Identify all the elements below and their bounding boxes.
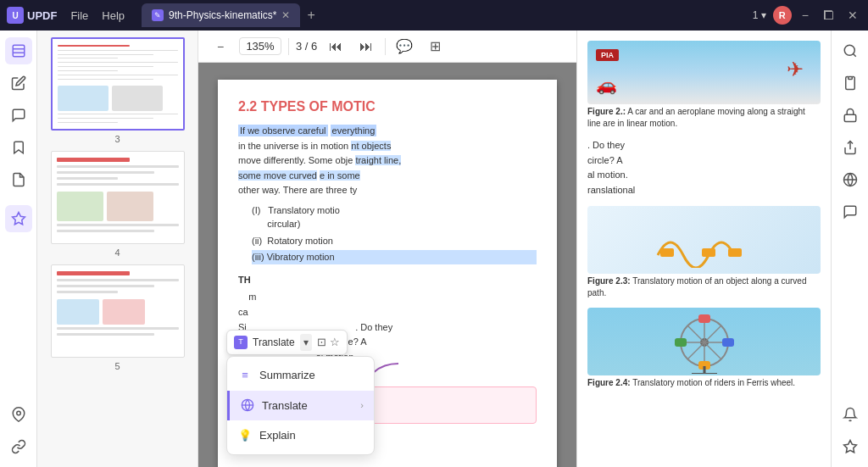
pdf-content-area: 2.2 TYPES OF MOTIC If we observe careful… <box>198 63 576 467</box>
sidebar-icon-pages[interactable] <box>5 37 32 64</box>
figure-2-4-caption-label: Figure 2.4: <box>587 378 631 387</box>
right-panel: PIA 🚗 Figure 2.: A car and an aeroplane … <box>576 31 831 467</box>
thumbnail-item-5[interactable]: 5 <box>44 264 191 371</box>
translate-copy-icon[interactable]: ⊡ <box>317 334 326 351</box>
menu-help[interactable]: Help <box>102 9 125 22</box>
app-logo: U UPDF <box>7 7 57 24</box>
figure-2-caption-label: Figure 2.: <box>587 107 626 116</box>
right-icon-clipboard[interactable] <box>837 69 864 97</box>
sidebar-icon-ai[interactable] <box>5 205 32 232</box>
translate-bar-actions: ⊡ ☆ <box>317 334 340 351</box>
figure-2-3-caption-label: Figure 2.3: <box>587 276 631 286</box>
svg-rect-17 <box>698 314 710 323</box>
summarize-icon: ≡ <box>237 368 253 383</box>
thumbnail-image-3 <box>51 37 185 131</box>
comment-button[interactable]: 💬 <box>392 35 416 58</box>
skip-last-button[interactable]: ⏭ <box>354 35 378 58</box>
right-icon-message[interactable] <box>837 198 864 225</box>
sidebar-icon-form[interactable] <box>5 166 32 193</box>
minimize-button[interactable]: − <box>798 8 812 22</box>
translate-bar[interactable]: T Translate ▾ ⊡ ☆ <box>226 330 348 355</box>
vibratory-text: Vibratory motion <box>267 252 335 262</box>
figure-2-image: PIA 🚗 <box>587 41 821 104</box>
sidebar-icon-pin[interactable] <box>5 401 32 428</box>
right-icon-lock[interactable] <box>837 102 864 129</box>
sidebar-icon-edit[interactable] <box>5 69 32 97</box>
tab-bar: ✎ 9th-Physics-kinematics* ✕ + <box>142 3 746 27</box>
skip-first-button[interactable]: ⏮ <box>324 35 348 58</box>
svg-rect-8 <box>660 248 674 257</box>
figure-2-container: PIA 🚗 Figure 2.: A car and an aeroplane … <box>587 41 821 130</box>
thumbnail-image-5 <box>51 264 185 358</box>
sidebar-icon-comment[interactable] <box>5 102 32 129</box>
new-tab-button[interactable]: + <box>307 8 314 23</box>
do-they-text: . Do they <box>587 140 625 150</box>
right-panel-text-1: . Do they circle? A al motion. ranslatio… <box>587 138 821 197</box>
view-button[interactable]: ⊞ <box>423 35 447 58</box>
active-tab[interactable]: ✎ 9th-Physics-kinematics* ✕ <box>142 3 300 27</box>
svg-rect-25 <box>848 77 852 80</box>
svg-rect-20 <box>722 338 734 347</box>
pdf-area: − 135% 3 / 6 ⏮ ⏭ 💬 ⊞ 2.2 TYPES OF MOTIC … <box>198 31 576 467</box>
svg-point-23 <box>844 45 854 55</box>
menu-file[interactable]: File <box>70 9 88 22</box>
tab-close-button[interactable]: ✕ <box>281 9 290 21</box>
tab-edit-icon: ✎ <box>152 9 164 21</box>
toolbar-separator-2 <box>385 38 386 55</box>
highlighted-text-3: nt objects <box>351 141 391 151</box>
zoom-level-display[interactable]: 135% <box>239 37 281 55</box>
figure-2-3-caption: Figure 2.3: Translatory motion of an obj… <box>587 275 821 299</box>
right-icon-share[interactable] <box>837 134 864 161</box>
context-translate[interactable]: Translate › <box>227 391 374 421</box>
right-icon-star[interactable] <box>837 433 864 460</box>
svg-marker-30 <box>843 441 856 453</box>
figure-2-4-image <box>587 308 821 375</box>
list-item-3: (iii) Vibratory motion <box>252 250 537 264</box>
list-item-2: (ii) Rotatory motion <box>252 234 537 248</box>
pdf-toolbar: − 135% 3 / 6 ⏮ ⏭ 💬 ⊞ <box>198 31 576 63</box>
translate-bar-icon: T <box>234 336 248 349</box>
circle-text: circle? A <box>587 155 623 165</box>
highlighted-text-1: If we observe careful <box>238 125 328 136</box>
page-nav-display[interactable]: 1 ▾ <box>753 9 766 21</box>
close-button[interactable]: ✕ <box>844 8 861 22</box>
svg-rect-26 <box>844 114 856 121</box>
pdf-paragraph-1: If we observe careful everything in the … <box>238 124 537 198</box>
right-panel-content: PIA 🚗 Figure 2.: A car and an aeroplane … <box>587 41 821 389</box>
svg-rect-19 <box>675 338 687 347</box>
thumbnail-item-4[interactable]: 4 <box>44 151 191 258</box>
app-name: UPDF <box>27 9 57 22</box>
context-menu: ≡ Summarize Translate › 💡 Explain <box>226 356 375 455</box>
sidebar-icon-link[interactable] <box>5 433 32 460</box>
tab-label: 9th-Physics-kinematics* <box>169 9 276 21</box>
trans-text: ranslational <box>587 185 635 195</box>
right-icon-globe[interactable] <box>837 166 864 193</box>
titlebar-right: 1 ▾ R − ⧠ ✕ <box>753 6 861 25</box>
pdf-list: (I) Translatory motio circular) (ii) Rot… <box>252 203 537 264</box>
explain-icon: 💡 <box>237 428 253 443</box>
highlighted-text-4: traight line, <box>355 155 401 165</box>
context-explain[interactable]: 💡 Explain <box>227 420 374 451</box>
zoom-out-button[interactable]: − <box>209 35 232 58</box>
pdf-section-header: TH <box>238 273 537 287</box>
translate-bar-dropdown[interactable]: ▾ <box>300 334 312 351</box>
right-icon-search[interactable] <box>837 37 864 64</box>
figure-2-3-image <box>587 206 821 274</box>
page-indicator: 3 / 6 <box>296 40 317 53</box>
avatar: R <box>773 6 792 25</box>
translate-bookmark-icon[interactable]: ☆ <box>330 334 340 351</box>
maximize-button[interactable]: ⧠ <box>819 8 837 22</box>
svg-rect-9 <box>702 248 715 257</box>
thumbnail-item-3[interactable]: 3 <box>44 37 191 144</box>
context-translate-chevron: › <box>360 398 364 413</box>
thumbnail-label-5: 5 <box>114 361 120 371</box>
sidebar-icon-bookmark[interactable] <box>5 134 32 161</box>
svg-rect-10 <box>728 248 742 257</box>
right-icon-bell[interactable] <box>837 401 864 428</box>
thumbnail-image-4 <box>51 151 185 244</box>
figure-2-4-caption: Figure 2.4: Translatory motion of riders… <box>587 377 821 389</box>
title-bar: U UPDF File Help ✎ 9th-Physics-kinematic… <box>0 0 868 31</box>
main-layout: 3 4 <box>0 31 868 467</box>
context-summarize[interactable]: ≡ Summarize <box>227 360 374 391</box>
pdf-page: 2.2 TYPES OF MOTIC If we observe careful… <box>218 80 557 467</box>
